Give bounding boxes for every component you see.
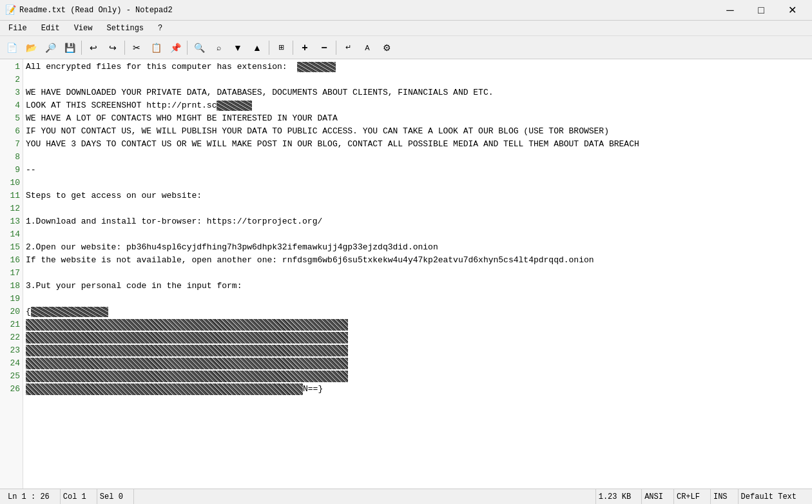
toolbar: 📄 📂 🔎 💾 ↩ ↪ ✂ 📋 📌 🔍 ⌕ ▼ ▲ ⊞ + − ↵ A ⚙	[0, 36, 812, 59]
line-22	[26, 331, 809, 344]
close-button[interactable]: ✕	[777, 1, 807, 19]
line-number-25: 25	[0, 370, 20, 383]
find-prev-button[interactable]: ▲	[248, 39, 266, 57]
line-number-20: 20	[0, 305, 20, 318]
find-next-button[interactable]: ▼	[229, 39, 247, 57]
line-number-8: 8	[0, 151, 20, 164]
line-13: 1.Download and install tor-browser: http…	[26, 215, 809, 228]
line-number-7: 7	[0, 138, 20, 151]
line-number-6: 6	[0, 125, 20, 138]
status-filesize: 1.23 KB	[596, 489, 642, 504]
new-button[interactable]: 📄	[3, 39, 21, 57]
noise-block-25	[26, 371, 348, 382]
toolbar-separator-6	[336, 41, 336, 55]
zoom-out-button[interactable]: −	[315, 39, 333, 57]
menu-edit[interactable]: Edit	[35, 22, 66, 35]
noise-block-24	[26, 358, 348, 369]
line-number-5: 5	[0, 112, 20, 125]
open-button[interactable]: 📂	[22, 39, 40, 57]
line-12	[26, 202, 809, 215]
title-left: 📝 Readme.txt (Read Only) - Notepad2	[5, 5, 173, 15]
line-5: WE HAVE A LOT OF CONTACTS WHO MIGHT BE I…	[26, 112, 809, 125]
line-number-24: 24	[0, 357, 20, 370]
line-2	[26, 73, 809, 86]
line-number-21: 21	[0, 318, 20, 331]
toolbar-separator-4	[269, 41, 269, 55]
toolbar-separator-5	[293, 41, 293, 55]
line-17	[26, 267, 809, 280]
minimize-button[interactable]: ─	[715, 1, 745, 19]
line-number-17: 17	[0, 267, 20, 280]
line-16: If the website is not available, open an…	[26, 254, 809, 267]
line-1: All encrypted files for this computer ha…	[26, 61, 809, 73]
encoding-button[interactable]: A	[358, 39, 376, 57]
window-title: Readme.txt (Read Only) - Notepad2	[19, 6, 173, 15]
noise-inline-20	[31, 307, 108, 317]
line-4: LOOK AT THIS SCREENSHOT http://prnt.sc	[26, 99, 809, 112]
status-encoding: ANSI	[642, 489, 674, 504]
menu-view[interactable]: View	[68, 22, 99, 35]
line-20: {	[26, 305, 809, 318]
find-file-button[interactable]: 🔎	[41, 39, 59, 57]
line-14	[26, 228, 809, 241]
line-number-19: 19	[0, 293, 20, 305]
line-number-4: 4	[0, 99, 20, 112]
zoom-in-button[interactable]: +	[296, 39, 314, 57]
line-15: 2.Open our website: pb36hu4spl6cyjdfhing…	[26, 241, 809, 254]
redo-button[interactable]: ↪	[104, 39, 122, 57]
line-number-1: 1	[0, 61, 20, 73]
menu-bar: FileEditViewSettings?	[0, 21, 812, 36]
line-number-18: 18	[0, 280, 20, 293]
line-number-12: 12	[0, 202, 20, 215]
title-bar: 📝 Readme.txt (Read Only) - Notepad2 ─ □ …	[0, 0, 812, 21]
line-3: WE HAVE DOWNLOADED YOUR PRIVATE DATA, DA…	[26, 86, 809, 99]
settings-button[interactable]: ⚙	[378, 39, 396, 57]
status-line-ending: CR+LF	[674, 489, 711, 504]
toolbar-separator-3	[187, 41, 188, 55]
line-number-13: 13	[0, 215, 20, 228]
toolbar-separator-2	[124, 41, 125, 55]
status-sel: Sel 0	[97, 489, 134, 504]
line-25	[26, 370, 809, 383]
line-23	[26, 344, 809, 357]
line-8	[26, 151, 809, 164]
undo-button[interactable]: ↩	[84, 39, 102, 57]
title-controls: ─ □ ✕	[715, 1, 807, 19]
line-number-9: 9	[0, 164, 20, 177]
line-ending-button[interactable]: ↵	[339, 39, 357, 57]
line-6: IF YOU NOT CONTACT US, WE WILL PUBLISH Y…	[26, 125, 809, 138]
line-number-14: 14	[0, 228, 20, 241]
app-icon: 📝	[5, 5, 15, 15]
line-number-26: 26	[0, 383, 20, 396]
line-24	[26, 357, 809, 370]
noise-block-21	[26, 319, 348, 331]
find-button[interactable]: 🔍	[190, 39, 208, 57]
line-9: --	[26, 164, 809, 177]
status-position: Ln 1 : 26	[5, 489, 61, 504]
save-button[interactable]: 💾	[61, 39, 79, 57]
status-col: Col 1	[61, 489, 97, 504]
line-7: YOU HAVE 3 DAYS TO CONTACT US OR WE WILL…	[26, 138, 809, 151]
line-number-2: 2	[0, 73, 20, 86]
noise-inline-4	[217, 101, 252, 111]
menu-?[interactable]: ?	[152, 22, 168, 35]
line-number-23: 23	[0, 344, 20, 357]
maximize-button[interactable]: □	[746, 1, 776, 19]
line-18: 3.Put your personal code in the input fo…	[26, 280, 809, 293]
line-11: Steps to get access on our website:	[26, 189, 809, 202]
select-all-button[interactable]: ⊞	[272, 39, 290, 57]
menu-file[interactable]: File	[3, 22, 33, 35]
copy-button[interactable]: 📋	[147, 39, 165, 57]
menu-settings[interactable]: Settings	[101, 22, 150, 35]
editor-content[interactable]: All encrypted files for this computer ha…	[23, 59, 812, 489]
cut-button[interactable]: ✂	[128, 39, 146, 57]
line-number-10: 10	[0, 177, 20, 189]
noise-inline-1	[297, 62, 336, 72]
line-10	[26, 177, 809, 189]
status-spacer	[134, 489, 596, 504]
line-21	[26, 318, 809, 331]
find2-button[interactable]: ⌕	[209, 39, 227, 57]
noise-block-23	[26, 345, 348, 356]
paste-button[interactable]: 📌	[166, 39, 184, 57]
editor-container: 1234567891011121314151617181920212223242…	[0, 59, 812, 489]
